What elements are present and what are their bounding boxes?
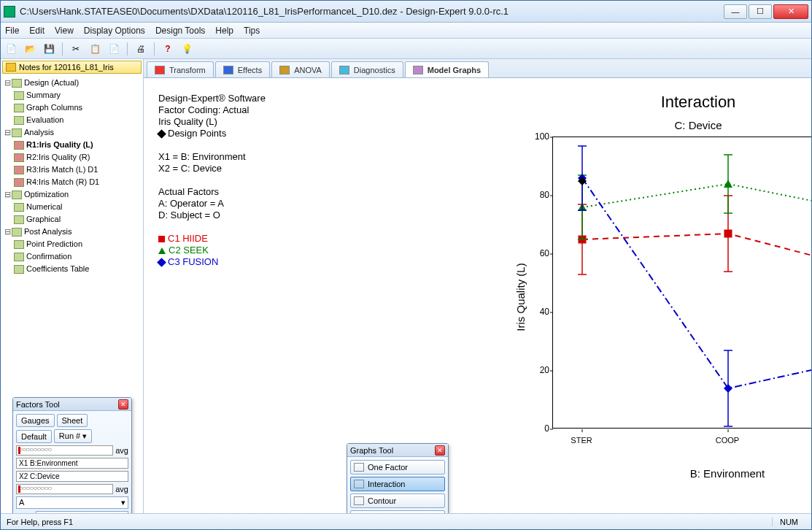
tab-transform[interactable]: Transform [147, 61, 214, 77]
info-a: A: Operator = A [158, 198, 266, 210]
graph-type-icon [354, 480, 364, 488]
tree-confirmation[interactable]: Confirmation [26, 250, 71, 263]
legend-c3: C3 FUSION [168, 256, 218, 267]
tab-strip: Transform Effects ANOVA Diagnostics Mode… [144, 59, 811, 78]
minimize-button[interactable]: — [724, 4, 747, 19]
print-icon[interactable]: 🖨 [134, 42, 148, 56]
info-d: D: Subject = O [158, 210, 266, 221]
menu-file[interactable]: File [5, 26, 19, 36]
menu-display-options[interactable]: Display Options [84, 26, 145, 36]
operator-slider[interactable] [16, 445, 113, 456]
anova-icon [279, 66, 290, 74]
graphs-tool-pred-vs-actual[interactable]: Pred. vs. Actual [350, 510, 445, 513]
graph-type-icon [354, 496, 364, 505]
open-icon[interactable]: 📂 [23, 42, 37, 56]
diagnostics-icon [339, 66, 349, 74]
folder-icon [6, 63, 16, 72]
tree-design[interactable]: Design (Actual) [24, 77, 79, 89]
tree-r3[interactable]: R3:Iris Match (L) D1 [26, 164, 98, 176]
run-number-button[interactable]: Run # ▾ [54, 429, 92, 443]
select-a[interactable]: A ▾ [16, 496, 128, 509]
graphs-tool-interaction[interactable]: Interaction [350, 477, 445, 491]
subject-slider[interactable] [16, 484, 113, 494]
paste-icon[interactable]: 📄 [107, 42, 121, 56]
menu-design-tools[interactable]: Design Tools [155, 26, 205, 36]
maximize-button[interactable]: ☐ [749, 4, 772, 19]
tree-r2[interactable]: R2:Iris Quality (R) [26, 151, 90, 164]
tree-evaluation[interactable]: Evaluation [26, 114, 63, 126]
design-point-icon [157, 129, 166, 139]
tab-anova[interactable]: ANOVA [271, 61, 330, 77]
notes-bar[interactable]: Notes for 120116_L81_Iris [2, 61, 142, 74]
x-axis-label: B: Environment [552, 467, 811, 480]
diamond-marker-icon [157, 258, 166, 267]
tree-r4[interactable]: R4:Iris Match (R) D1 [26, 176, 99, 188]
menu-tips[interactable]: Tips [244, 26, 260, 36]
y-tick: 60 [530, 248, 549, 258]
status-bar: For Help, press F1 NUM [1, 513, 811, 529]
nav-tree: ⊟Design (Actual) Summary Graph Columns E… [1, 75, 143, 277]
graphs-tool-close-icon[interactable]: ✕ [435, 445, 445, 456]
chart-subtitle: C: Device [509, 119, 811, 131]
app-icon [4, 6, 15, 18]
menu-help[interactable]: Help [215, 26, 233, 36]
info-x1: X1 = B: Environment [158, 151, 266, 163]
info-x2: X2 = C: Device [158, 163, 266, 174]
plot-area [552, 137, 811, 429]
tree-graphical[interactable]: Graphical [26, 213, 61, 226]
x1-field[interactable]: X1 B:Environment [16, 458, 128, 469]
graphs-tool-panel[interactable]: Graphs Tool ✕ One FactorInteractionConto… [347, 443, 449, 513]
help-icon[interactable]: ? [161, 42, 175, 56]
status-help: For Help, press F1 [7, 518, 73, 526]
tree-post-analysis[interactable]: Post Analysis [24, 226, 71, 238]
square-marker-icon [158, 236, 165, 242]
tree-numerical[interactable]: Numerical [26, 201, 63, 213]
tab-effects[interactable]: Effects [215, 61, 270, 77]
new-icon[interactable]: 📄 [4, 42, 18, 56]
notes-label: Notes for 120116_L81_Iris [19, 63, 114, 72]
x-tick: COOP [716, 436, 739, 445]
tree-optimization[interactable]: Optimization [24, 188, 69, 201]
titlebar: C:\Users\Hank.STATEASE0\Documents\DXData… [1, 1, 811, 23]
menu-view[interactable]: View [55, 26, 74, 36]
info-software: Design-Expert® Software [158, 93, 266, 104]
default-button[interactable]: Default [16, 430, 52, 443]
tab-model-graphs[interactable]: Model Graphs [405, 61, 489, 77]
graphs-tool-contour[interactable]: Contour [350, 493, 445, 508]
chart: Interaction C: Device Iris Quality (L) B… [509, 93, 811, 502]
tips-icon[interactable]: 💡 [179, 42, 194, 56]
x2-field[interactable]: X2 C:Device [16, 471, 128, 482]
cut-icon[interactable]: ✂ [69, 42, 83, 56]
x-tick: STER [571, 436, 592, 445]
tree-coef-table[interactable]: Coefficients Table [26, 263, 89, 275]
gauges-tab[interactable]: Gauges [16, 414, 55, 427]
sheet-tab[interactable]: Sheet [57, 414, 88, 427]
transform-icon [155, 66, 165, 74]
graphs-tool-one-factor[interactable]: One Factor [350, 460, 445, 475]
tree-point-prediction[interactable]: Point Prediction [26, 238, 82, 250]
avg-label-1: avg [115, 446, 128, 455]
close-button[interactable]: ✕ [773, 4, 808, 19]
y-axis-label: Iris Quality (L) [514, 263, 527, 331]
y-tick: 0 [530, 423, 549, 434]
chart-title: Interaction [509, 93, 811, 112]
copy-icon[interactable]: 📋 [88, 42, 102, 56]
select-term[interactable]: BC ▾ [36, 511, 128, 513]
tree-analysis[interactable]: Analysis [24, 126, 54, 139]
menu-edit[interactable]: Edit [29, 26, 45, 36]
model-graphs-icon [413, 66, 423, 74]
factors-tool-close-icon[interactable]: ✕ [118, 399, 128, 410]
save-icon[interactable]: 💾 [42, 42, 56, 56]
tree-r1[interactable]: R1:Iris Quality (L) [26, 139, 93, 151]
toolbar: 📄 📂 💾 ✂ 📋 📄 🖨 ? 💡 [1, 39, 811, 59]
plot-svg [553, 137, 811, 429]
tree-summary[interactable]: Summary [26, 89, 61, 101]
tree-graph-columns[interactable]: Graph Columns [26, 101, 82, 114]
graph-type-icon [354, 463, 364, 472]
factors-tool-title: Factors Tool [16, 400, 60, 409]
y-tick: 100 [530, 131, 549, 142]
factors-tool-panel[interactable]: Factors Tool ✕ Gauges Sheet Default Run … [12, 397, 132, 513]
status-num: NUM [772, 518, 805, 526]
avg-label-2: avg [115, 485, 128, 493]
tab-diagnostics[interactable]: Diagnostics [331, 61, 403, 77]
